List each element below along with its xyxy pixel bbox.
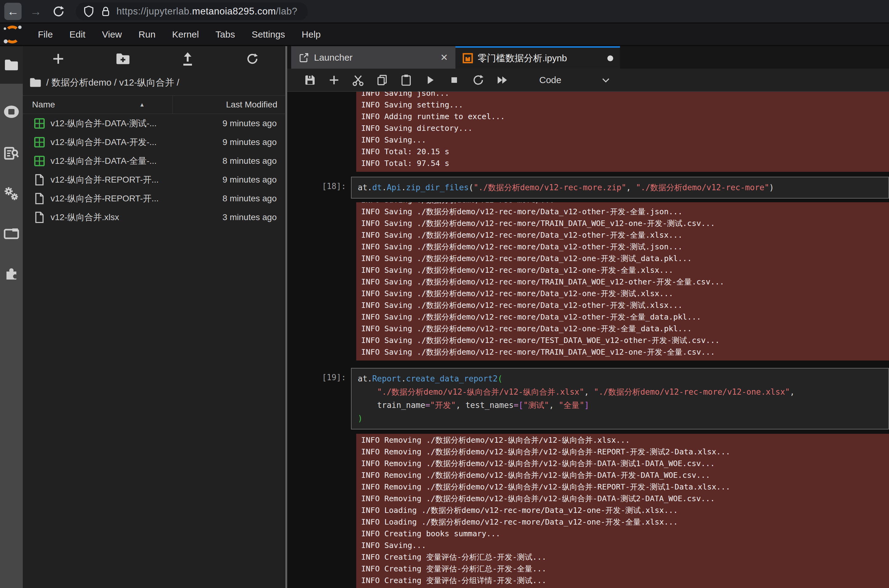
- column-divider[interactable]: [173, 96, 173, 114]
- save-button[interactable]: [302, 73, 317, 87]
- run-cell-button[interactable]: [423, 73, 438, 87]
- log-line: INFO Creating 变量评估-分析汇总-开发-全量...: [361, 563, 889, 575]
- gears-icon: [3, 186, 20, 201]
- sidebar-tab-inspector-search[interactable]: [0, 136, 23, 170]
- file-row[interactable]: v12-纵向合并.xlsx3 minutes ago: [23, 208, 285, 226]
- restart-run-all-button[interactable]: [495, 73, 510, 87]
- sidebar-tab-running-terminals[interactable]: [0, 95, 23, 129]
- tab-launcher[interactable]: Launcher ✕: [291, 46, 456, 69]
- browser-forward-button[interactable]: →: [27, 3, 44, 20]
- log-line: INFO Removing ./数据分析demo/v12-纵向合并/v12-纵向…: [361, 458, 889, 470]
- sidebar-tab-extensions[interactable]: [0, 256, 23, 290]
- menu-item-help[interactable]: Help: [293, 29, 329, 40]
- browser-toolbar: ← → https://jupyterlab.metanoia8295.com/…: [0, 0, 889, 23]
- log-line: INFO Removing ./数据分析demo/v12-纵向合并/v12-纵向…: [361, 493, 889, 505]
- log-line: INFO Saving ./数据分析demo/v12-rec-more/TRAI…: [361, 276, 889, 288]
- log-line: INFO Saving ./数据分析demo/v12-rec-more/TRAI…: [361, 346, 889, 358]
- upload-icon: [181, 52, 194, 66]
- interrupt-kernel-button[interactable]: [447, 73, 462, 87]
- address-bar[interactable]: https://jupyterlab.metanoia8295.com/lab?: [76, 3, 308, 20]
- menu-item-edit[interactable]: Edit: [61, 29, 94, 40]
- insert-cell-button[interactable]: [326, 73, 341, 87]
- paste-cells-button[interactable]: [399, 73, 414, 87]
- breadcrumb-path[interactable]: / 数据分析demo / v12-纵向合并 /: [46, 76, 179, 89]
- menu-item-file[interactable]: File: [30, 29, 61, 40]
- file-browser-toolbar: [23, 46, 285, 71]
- tab-notebook-label: 零门槛数据分析.ipynb: [478, 52, 567, 64]
- breadcrumb-folder-icon[interactable]: [30, 78, 41, 87]
- code-editor[interactable]: at.Report.create_data_report2( "./数据分析de…: [351, 368, 889, 429]
- execution-count-prompt: [18]:: [287, 177, 351, 191]
- file-row[interactable]: v12-纵向合并-REPORT-开...9 minutes ago: [23, 170, 285, 189]
- restart-kernel-button[interactable]: [471, 73, 486, 87]
- column-name[interactable]: Name: [23, 100, 55, 110]
- cut-cells-button[interactable]: [350, 73, 366, 87]
- code-editor[interactable]: at.dt.Api.zip_dir_files("./数据分析demo/v12-…: [351, 177, 889, 199]
- browser-reload-button[interactable]: [50, 3, 67, 20]
- refresh-icon: [246, 52, 259, 65]
- log-line: INFO Saving ./数据分析demo/v12-rec-more/Data…: [361, 288, 889, 300]
- code-line: at.dt.Api.zip_dir_files("./数据分析demo/v12-…: [358, 181, 882, 194]
- file-row[interactable]: v12-纵向合并-DATA-全量-...8 minutes ago: [23, 152, 285, 170]
- log-line: INFO Saving setting...: [361, 99, 889, 111]
- code-cell-18[interactable]: [18]: at.dt.Api.zip_dir_files("./数据分析dem…: [287, 177, 889, 199]
- log-line: INFO Removing ./数据分析demo/v12-纵向合并/v12-纵向…: [361, 470, 889, 481]
- jupyterlab-menubar: FileEditViewRunKernelTabsSettingsHelp: [0, 24, 889, 46]
- file-modified-time: 8 minutes ago: [223, 156, 285, 166]
- file-row[interactable]: v12-纵向合并-REPORT-开...8 minutes ago: [23, 189, 285, 208]
- folder-plus-icon: [116, 52, 130, 65]
- menu-item-tabs[interactable]: Tabs: [207, 29, 243, 40]
- file-list: v12-纵向合并-DATA-测试-...9 minutes agov12-纵向合…: [23, 114, 285, 226]
- sidebar-tab-file-browser[interactable]: [0, 46, 23, 84]
- file-name: v12-纵向合并-DATA-全量-...: [51, 155, 156, 167]
- cell-type-dropdown[interactable]: Code: [539, 75, 561, 85]
- copy-cells-button[interactable]: [375, 73, 390, 87]
- new-launcher-button[interactable]: [51, 51, 66, 66]
- jupyter-logo-icon: [3, 26, 21, 44]
- file-modified-time: 9 minutes ago: [223, 137, 285, 147]
- code-line: train_name="开发", test_names=["测试", "全量"]: [358, 399, 882, 412]
- column-last-modified[interactable]: Last Modified: [226, 100, 277, 110]
- menu-item-view[interactable]: View: [94, 29, 130, 40]
- refresh-button[interactable]: [245, 51, 260, 66]
- sidebar-tab-sessions[interactable]: [0, 216, 23, 250]
- log-line: INFO Saving ./数据分析demo/v12-rec-more/Data…: [361, 264, 889, 276]
- log-line: INFO Removing ./数据分析demo/v12-纵向合并/v12-纵向…: [361, 434, 889, 446]
- main-dock: Launcher ✕ 零门槛数据分析.ipynb: [287, 46, 889, 588]
- stderr-output-block: INFO Saving ./数据分析demo/v12-rec-more/...I…: [356, 202, 889, 360]
- sort-ascending-icon[interactable]: ▲: [139, 102, 145, 108]
- upload-button[interactable]: [180, 51, 196, 66]
- menu-item-settings[interactable]: Settings: [244, 29, 293, 40]
- list-search-icon: [4, 147, 19, 160]
- cell-type-dropdown-arrow[interactable]: [599, 73, 613, 87]
- folder-icon: [4, 59, 18, 71]
- jupyterlab-browser-window: ← → https://jupyterlab.metanoia8295.com/…: [0, 0, 889, 588]
- sidebar-tab-property-inspector[interactable]: [0, 177, 23, 211]
- tab-notebook[interactable]: 零门槛数据分析.ipynb: [456, 46, 620, 69]
- menu-item-run[interactable]: Run: [130, 29, 164, 40]
- code-line: ): [358, 412, 882, 425]
- unsaved-changes-dot: [607, 56, 613, 61]
- browser-back-button[interactable]: ←: [4, 3, 21, 20]
- new-folder-button[interactable]: [115, 51, 131, 66]
- file-modified-time: 8 minutes ago: [223, 194, 285, 204]
- code-line: at.Report.create_data_report2(: [358, 372, 882, 386]
- menu-item-kernel[interactable]: Kernel: [164, 29, 208, 40]
- log-line: INFO Removing ./数据分析demo/v12-纵向合并/v12-纵向…: [361, 481, 889, 493]
- log-line: INFO Saving...: [361, 134, 889, 146]
- restart-icon: [472, 74, 484, 86]
- file-icon: [34, 192, 45, 205]
- file-icon: [34, 174, 45, 186]
- chevron-down-icon: [600, 75, 611, 85]
- scissors-icon: [352, 74, 364, 87]
- code-cell-19[interactable]: [19]: at.Report.create_data_report2( "./…: [287, 368, 889, 429]
- tab-close-icon[interactable]: ✕: [440, 52, 448, 63]
- file-row[interactable]: v12-纵向合并-DATA-开发-...9 minutes ago: [23, 133, 285, 152]
- spreadsheet-icon: [33, 117, 46, 130]
- log-line: INFO Saving ./数据分析demo/v12-rec-more/...: [361, 202, 889, 206]
- window-icon: [4, 227, 19, 240]
- menu-items: FileEditViewRunKernelTabsSettingsHelp: [30, 29, 329, 40]
- notebook-scroll-area[interactable]: INFO Saving json...INFO Saving setting..…: [287, 92, 889, 588]
- file-row[interactable]: v12-纵向合并-DATA-测试-...9 minutes ago: [23, 114, 285, 133]
- log-line: INFO Adding runtime to excel...: [361, 111, 889, 123]
